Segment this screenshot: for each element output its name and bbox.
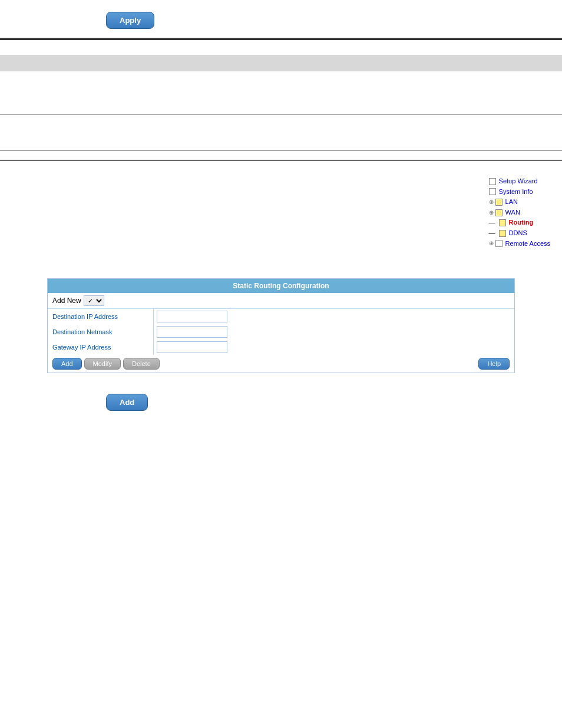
nav-item-wan[interactable]: ⊕ WAN <box>489 207 550 218</box>
add-new-row: Add New ✓ <box>48 293 515 309</box>
gateway-ip-input[interactable] <box>157 341 227 353</box>
nav-spacer-routing: — <box>489 218 497 228</box>
top-section: Apply <box>0 0 562 38</box>
nav-link-setup-wizard[interactable]: Setup Wizard <box>499 176 538 187</box>
spacer-1 <box>0 255 562 272</box>
gateway-ip-row: Gateway IP Address <box>48 340 515 355</box>
nav-icon-remote-access <box>495 240 503 247</box>
nav-icon-routing <box>499 219 506 226</box>
nav-link-lan[interactable]: LAN <box>505 197 518 207</box>
divider-thick <box>0 160 562 161</box>
nav-tree: Setup Wizard System Info ⊕ LAN ⊕ WAN <box>489 176 550 249</box>
nav-plus-lan: ⊕ <box>489 197 494 207</box>
routing-modify-button[interactable]: Modify <box>84 358 121 370</box>
destination-ip-input[interactable] <box>157 311 227 322</box>
nav-item-remote-access[interactable]: ⊕ Remote Access <box>489 239 550 249</box>
apply-button[interactable]: Apply <box>106 12 154 29</box>
bottom-add-button[interactable]: Add <box>106 394 148 411</box>
nav-icon-lan <box>495 199 503 206</box>
destination-ip-label: Destination IP Address <box>48 309 154 324</box>
content-area <box>0 77 562 170</box>
nav-link-system-info[interactable]: System Info <box>499 187 533 197</box>
nav-item-ddns[interactable]: — DDNS <box>489 228 550 239</box>
destination-netmask-input[interactable] <box>157 326 227 338</box>
gray-header-bar <box>0 55 562 71</box>
nav-item-setup-wizard[interactable]: Setup Wizard <box>489 176 550 187</box>
nav-tree-section: Setup Wizard System Info ⊕ LAN ⊕ WAN <box>0 170 562 255</box>
nav-item-system-info[interactable]: System Info <box>489 187 550 197</box>
nav-item-lan[interactable]: ⊕ LAN <box>489 197 550 207</box>
divider-2 <box>0 150 562 151</box>
nav-link-ddns[interactable]: DDNS <box>509 228 527 239</box>
nav-icon-wan <box>495 209 503 216</box>
nav-link-wan[interactable]: WAN <box>505 207 520 218</box>
gateway-ip-input-cell <box>154 340 514 355</box>
nav-icon-setup-wizard <box>489 178 496 185</box>
destination-netmask-label: Destination Netmask <box>48 324 154 340</box>
main-section: Setup Wizard System Info ⊕ LAN ⊕ WAN <box>0 38 562 423</box>
destination-ip-input-cell <box>154 309 514 324</box>
routing-table-wrapper: Static Routing Configuration Add New ✓ <box>47 278 515 373</box>
nav-item-routing[interactable]: — Routing <box>489 218 550 228</box>
routing-help-button[interactable]: Help <box>478 358 510 370</box>
nav-spacer-ddns: — <box>489 228 497 239</box>
destination-netmask-input-cell <box>154 324 514 340</box>
routing-delete-button[interactable]: Delete <box>123 358 160 370</box>
nav-plus-remote-access: ⊕ <box>489 239 494 248</box>
page-wrapper: Apply Setup Wizard <box>0 0 562 423</box>
nav-link-remote-access[interactable]: Remote Access <box>505 239 550 249</box>
routing-table-header: Static Routing Configuration <box>48 279 514 293</box>
nav-plus-wan: ⊕ <box>489 208 494 218</box>
nav-link-routing[interactable]: Routing <box>509 218 534 228</box>
divider-1 <box>0 114 562 115</box>
add-new-label: Add New <box>52 297 81 305</box>
content-row-1 <box>0 82 562 106</box>
routing-add-button[interactable]: Add <box>52 358 82 370</box>
add-new-select[interactable]: ✓ <box>84 295 104 306</box>
destination-netmask-row: Destination Netmask <box>48 324 515 340</box>
gateway-ip-label: Gateway IP Address <box>48 340 154 355</box>
destination-ip-row: Destination IP Address <box>48 309 515 324</box>
bottom-section: Add <box>0 379 562 417</box>
nav-icon-system-info <box>489 188 496 195</box>
nav-icon-ddns <box>499 230 506 237</box>
button-row: Add Modify Delete Help <box>48 355 515 373</box>
content-row-2 <box>0 124 562 141</box>
routing-table: Static Routing Configuration Add New ✓ <box>47 278 515 373</box>
